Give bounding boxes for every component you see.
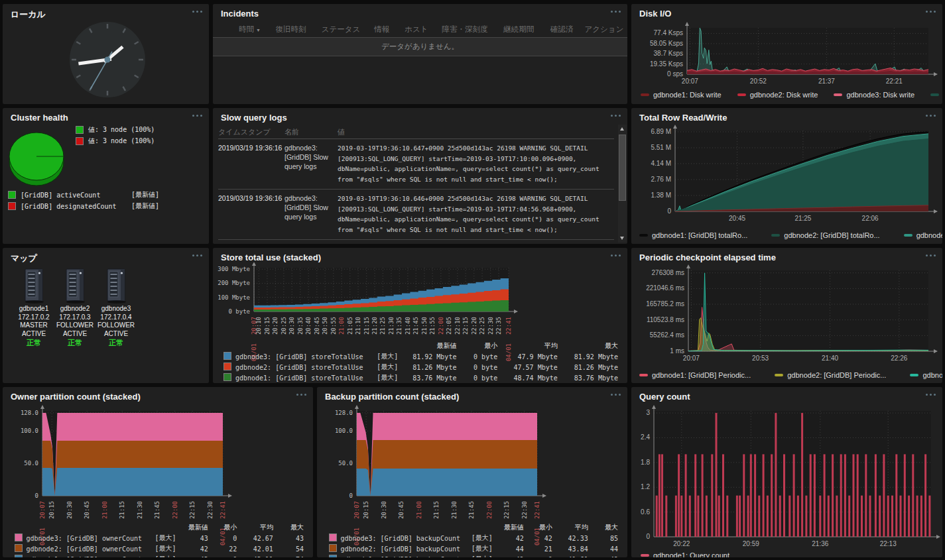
svg-text:300 Mbyte: 300 Mbyte: [218, 266, 250, 272]
legend-swatch: [639, 234, 648, 237]
svg-text:22:21: 22:21: [886, 78, 903, 85]
panel-menu-icon[interactable]: [926, 394, 936, 396]
legend-swatch: [76, 137, 84, 145]
incidents-column-5[interactable]: ホスト: [397, 25, 435, 34]
panel-menu-icon[interactable]: [611, 11, 621, 13]
legend-stat-row: gdbnode2: [GridDB] storeTotalUse[最大]81.2…: [222, 362, 627, 372]
panel-menu-icon[interactable]: [926, 115, 936, 117]
incidents-header-row: 時間▼復旧時刻ステータス情報ホスト障害・深刻度継続期間確認済アクション: [213, 21, 627, 38]
incidents-column-6[interactable]: 障害・深刻度: [435, 25, 494, 34]
panel-slow-query-logs: Slow query logs タイムスタンプ名前値 2019/03/19 19…: [213, 108, 627, 244]
legend-label: gdbnode1: [GridDB] backupCount: [339, 554, 470, 557]
panel-menu-icon[interactable]: [192, 11, 202, 13]
legend-item: [GridDB] designatedCount[最新値]: [8, 201, 159, 211]
incidents-column-9[interactable]: アクション: [581, 25, 627, 34]
svg-text:21:25: 21:25: [379, 317, 386, 335]
legend-item[interactable]: gdbnode2: Disk write: [737, 91, 818, 99]
svg-text:50.0: 50.0: [24, 460, 38, 467]
stat-value: 42: [182, 543, 218, 554]
legend-item[interactable]: gdbnode3: Disk write: [834, 91, 914, 99]
log-source: gdbnode3: [GridDB] Slow query logs: [284, 194, 335, 221]
svg-text:21:30: 21:30: [451, 501, 458, 519]
svg-text:20:52: 20:52: [750, 78, 767, 85]
legend-item[interactable]: gdbnode1: [GridDB] Periodic...: [639, 371, 751, 379]
svg-text:21:37: 21:37: [818, 78, 835, 85]
panel-menu-icon[interactable]: [926, 254, 936, 256]
stat-header: 最大: [567, 341, 627, 351]
log-value: 2019-03-19T19:36:10.646+0900 25d500d143a…: [335, 194, 614, 235]
legend-item[interactable]: gdbnode1: Disk read: [930, 91, 942, 99]
legend-label: 値: 3 node (100%): [88, 125, 168, 135]
stat-value: 42.67: [246, 533, 283, 543]
legend-stat-row: gdbnode3: [GridDB] backupCount[最大]424242…: [328, 533, 627, 543]
legend-swatch: [329, 544, 337, 552]
legend-item[interactable]: gdbnode1: Query count: [641, 551, 729, 557]
panel-menu-icon[interactable]: [611, 394, 621, 396]
scroll-down-icon[interactable]: [618, 234, 627, 243]
incidents-column-7[interactable]: 継続期間: [495, 25, 543, 34]
svg-text:20:15: 20:15: [48, 501, 55, 519]
legend-item[interactable]: gdbnode1: Disk write: [641, 91, 722, 99]
clock-center: [105, 57, 111, 63]
server-icon: [21, 268, 46, 305]
slow-query-header-row: タイムスタンプ名前値: [218, 125, 614, 139]
svg-text:20:20: 20:20: [272, 317, 279, 335]
log-value: 2019-03-19T19:36:10.647+0900 25d500d143a…: [335, 143, 614, 184]
incidents-column-4[interactable]: 情報: [367, 25, 397, 34]
panel-menu-icon[interactable]: [192, 115, 202, 117]
query-count-legend: gdbnode1: Query count: [641, 551, 729, 557]
svg-text:1.8: 1.8: [641, 459, 650, 466]
incidents-column-3[interactable]: ステータス: [315, 25, 367, 34]
svg-text:20:45: 20:45: [729, 215, 745, 222]
svg-text:100.0: 100.0: [335, 427, 353, 434]
map-host-gdbnode3[interactable]: gdbnode3172.17.0.4FOLLOWERACTIVE正常: [95, 268, 137, 347]
panel-menu-icon[interactable]: [926, 11, 936, 13]
svg-text:20:45: 20:45: [84, 501, 90, 519]
legend-stats-table: 最新値最小平均最大gdbnode3: [GridDB] storeTotalUs…: [222, 341, 627, 383]
legend-item[interactable]: gdbnode3: [GridDB] Periodic...: [910, 371, 942, 379]
incidents-column-2[interactable]: 復旧時刻: [267, 25, 315, 34]
scroll-up-icon[interactable]: [618, 125, 627, 133]
panel-menu-icon[interactable]: [296, 394, 306, 396]
stat-value: 0 byte: [466, 362, 507, 372]
svg-text:21:45: 21:45: [412, 317, 419, 335]
map-host-gdbnode1[interactable]: gdbnode1172.17.0.2MASTERACTIVE正常: [13, 268, 54, 347]
panel-title: ローカル: [11, 9, 46, 21]
svg-text:22:05: 22:05: [446, 317, 452, 335]
svg-text:3: 3: [646, 409, 650, 416]
legend-item: 値: 3 node (100%): [76, 137, 168, 146]
incidents-column-1[interactable]: 時間▼: [233, 25, 267, 34]
scrollbar-thumb[interactable]: [619, 135, 626, 201]
no-data-text: データがありません。: [381, 42, 459, 52]
stat-value: 81.26 Mbyte: [567, 362, 627, 372]
svg-text:1.38 M: 1.38 M: [651, 192, 671, 199]
stat-value: 0: [533, 554, 562, 557]
legend-label: gdbnode1: [GridDB] ownerCount: [25, 554, 154, 557]
legend-item[interactable]: gdbnode3: [GridDB] totalRo...: [904, 231, 942, 239]
map-host-gdbnode2[interactable]: gdbnode2172.17.0.3FOLLOWERACTIVE正常: [54, 268, 95, 347]
table-row: 2019/03/19 19:36:16gdbnode3: [GridDB] Sl…: [218, 190, 614, 240]
legend-item[interactable]: gdbnode2: [GridDB] totalRo...: [771, 231, 879, 239]
panel-title: Slow query logs: [221, 113, 287, 123]
legend-item[interactable]: gdbnode2: [GridDB] Periodic...: [775, 371, 886, 379]
incidents-column-8[interactable]: 確認済: [543, 25, 581, 34]
panel-menu-icon[interactable]: [192, 254, 202, 256]
host-status: 正常: [95, 338, 137, 347]
legend-swatch: [904, 234, 913, 237]
svg-text:22:41: 22:41: [505, 317, 512, 335]
panel-menu-icon[interactable]: [611, 254, 621, 256]
svg-text:22:26: 22:26: [891, 355, 907, 362]
scrollbar[interactable]: [618, 125, 627, 243]
svg-text:22:00: 22:00: [172, 501, 178, 519]
panel-map: マップ gdbnode1172.17.0.2MASTERACTIVE正常gdbn…: [3, 248, 209, 383]
panel-menu-icon[interactable]: [611, 115, 621, 117]
legend-aggregation: [最大]: [470, 554, 498, 557]
legend-item: 値: 3 node (100%): [76, 125, 168, 135]
svg-text:128.0: 128.0: [335, 410, 353, 416]
stat-value: 42: [598, 554, 627, 557]
slow-query-column: タイムスタンプ: [218, 127, 284, 137]
stat-header: 最新値: [497, 522, 533, 533]
svg-text:0: 0: [667, 207, 671, 215]
legend-item[interactable]: gdbnode1: [GridDB] totalRo...: [639, 231, 747, 239]
stat-value: 81.92 Mbyte: [405, 351, 466, 362]
